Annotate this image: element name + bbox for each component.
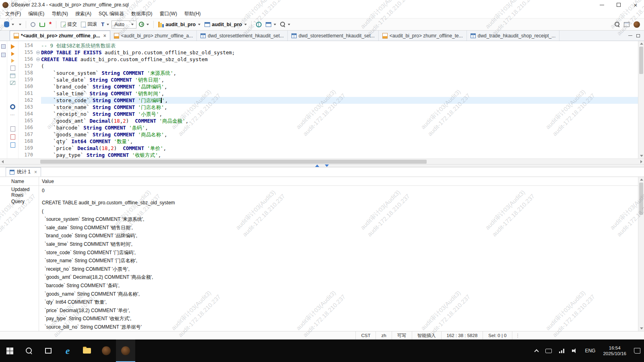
editor-horizontal-scrollbar[interactable] <box>0 158 644 164</box>
code-line[interactable]: 165 `goods_amt` Decimal(18,2) COMMENT '商… <box>19 117 638 124</box>
menu-item[interactable]: SQL 编辑器 <box>95 10 128 18</box>
editor-tab[interactable]: dwd_trade_hkaudit_shop_receipt_... <box>467 31 559 41</box>
code-line[interactable]: 154-- 9 创建SBZ老系统销售数据表 <box>19 42 638 49</box>
minimize-button[interactable] <box>593 0 610 10</box>
result-mode-button[interactable] <box>264 21 278 28</box>
maximize-button[interactable] <box>610 0 627 10</box>
new-connection-button[interactable] <box>2 20 16 29</box>
column-header-name[interactable]: Name <box>0 177 39 185</box>
code-line[interactable]: 156CREATE TABLE audit_bi_pro.custom_offl… <box>19 56 638 63</box>
code-line[interactable]: 168 `qty` Int64 COMMENT '数量', <box>19 138 638 145</box>
refresh-timer-button[interactable] <box>137 21 151 28</box>
code-line[interactable]: 163 `store_name` String COMMENT '门店名称', <box>19 104 638 111</box>
status-write-mode[interactable]: 可写 <box>392 331 412 339</box>
explain-plan-button[interactable] <box>10 66 15 71</box>
result-grid-button[interactable] <box>10 74 15 78</box>
dbeaver-taskbar-button[interactable] <box>97 339 116 362</box>
scrollbar-thumb[interactable] <box>639 183 643 215</box>
scrollbar-thumb[interactable] <box>40 160 427 164</box>
status-overflow-icon[interactable]: ⋮ <box>512 331 524 339</box>
editor-tab[interactable]: *<audit_bi_pro> zhumr_offline_p...× <box>10 31 110 41</box>
file-explorer-button[interactable] <box>77 339 97 362</box>
menu-item[interactable]: 搜索(A) <box>72 10 95 18</box>
code-line[interactable]: 170 `pay_type` String COMMENT '收银方式', <box>19 152 638 158</box>
status-timezone[interactable]: CST <box>355 331 376 339</box>
table-row[interactable]: Updated Rows0 <box>0 186 638 198</box>
find-button[interactable] <box>279 21 292 28</box>
column-header-value[interactable]: Value <box>39 177 638 185</box>
active-transaction-button[interactable]: * <box>47 21 53 28</box>
collapse-down-icon[interactable] <box>325 165 329 167</box>
table-row[interactable]: QueryCREATE TABLE audit_bi_pro.custom_of… <box>0 198 638 331</box>
code-line[interactable]: 158 `source_system` String COMMENT '来源系统… <box>19 70 638 76</box>
editor-vertical-scrollbar[interactable] <box>638 41 644 158</box>
touch-keyboard-button[interactable] <box>542 339 555 362</box>
restored-view-icon[interactable] <box>1 44 6 49</box>
code-line[interactable]: 169 `price` Decimal(18,2) COMMENT '单价', <box>19 145 638 152</box>
input-language-button[interactable]: ENG <box>581 339 599 362</box>
overflow-menu-icon[interactable]: ⋯ <box>10 112 15 117</box>
code-line[interactable]: 155DROP TABLE IF EXISTS audit_bi_pro.cus… <box>19 49 638 56</box>
menu-item[interactable]: 帮助(H) <box>181 10 204 18</box>
profile-button[interactable] <box>632 20 642 29</box>
scroll-down-icon[interactable] <box>640 155 643 157</box>
scroll-right-icon[interactable] <box>640 160 642 163</box>
menu-item[interactable]: 数据库(D) <box>128 10 156 18</box>
scrollbar-thumb[interactable] <box>639 47 643 74</box>
code-line[interactable]: 162 `store_code` String COMMENT '门店编码', <box>19 97 638 104</box>
minimize-editor-area-icon[interactable] <box>628 35 632 36</box>
status-caret-position[interactable]: 162 : 38 : 5828 <box>441 331 483 339</box>
close-tab-icon[interactable]: × <box>103 33 106 39</box>
commit-button[interactable]: ✓ 提交 <box>59 20 78 29</box>
commit-mode-select[interactable]: Auto <box>111 21 136 29</box>
code-line[interactable]: 159 `sale_date` String COMMENT '销售日期', <box>19 76 638 83</box>
volume-button[interactable] <box>568 339 581 362</box>
scroll-up-icon[interactable] <box>640 43 643 45</box>
close-button[interactable]: × <box>627 0 644 10</box>
code-editor[interactable]: 154-- 9 创建SBZ老系统销售数据表155DROP TABLE IF EX… <box>19 41 638 158</box>
output-console-button[interactable] <box>10 142 15 148</box>
rollback-button[interactable]: ← 回滚 <box>79 20 99 29</box>
execute-new-tab-button[interactable] <box>11 59 14 63</box>
editor-tab[interactable]: dwd_storesettlement_hkaudit_set... <box>288 31 379 41</box>
scroll-up-icon[interactable] <box>640 179 643 181</box>
transaction-mode-button[interactable]: T <box>99 20 111 29</box>
editor-tab[interactable]: <audit_bi_pro> zhumr_offline_te... <box>379 31 467 41</box>
code-line[interactable]: 157( <box>19 63 638 70</box>
action-center-button[interactable] <box>630 339 644 362</box>
clock-button[interactable]: 16:54 2025/10/16 <box>599 345 630 356</box>
results-vertical-scrollbar[interactable] <box>638 177 644 331</box>
editor-tab[interactable]: <audit_bi_pro> zhumr_offline_a... <box>110 31 197 41</box>
code-line[interactable]: 164 `receipt_no` String COMMENT '小票号', <box>19 111 638 117</box>
code-line[interactable]: 160 `brand_code` String COMMENT '品牌编码', <box>19 83 638 90</box>
database-navigator-icon[interactable] <box>1 53 6 57</box>
menu-item[interactable]: 文件(F) <box>2 10 25 18</box>
sql-templates-button[interactable] <box>10 126 15 132</box>
pin-editor-button[interactable] <box>29 21 37 28</box>
execute-statement-button[interactable] <box>11 44 15 49</box>
settings-gear-icon[interactable] <box>10 104 15 109</box>
close-tab-icon[interactable]: × <box>34 169 37 175</box>
scroll-left-icon[interactable] <box>2 160 4 163</box>
tray-expand-button[interactable] <box>531 339 542 362</box>
status-insert-mode[interactable]: 智能插入 <box>412 331 441 339</box>
code-line[interactable]: 167 `goods_name` String COMMENT '商品名称', <box>19 131 638 138</box>
fold-marker-icon[interactable] <box>35 49 41 56</box>
network-button[interactable] <box>555 339 568 362</box>
sql-log-button[interactable] <box>10 134 15 140</box>
perspective-button[interactable] <box>622 21 631 28</box>
code-line[interactable]: 166 `barcode` String COMMENT '条码', <box>19 124 638 131</box>
menu-item[interactable]: 编辑(E) <box>25 10 48 18</box>
status-selection[interactable]: Sel: 0 | 0 <box>483 331 512 339</box>
task-view-button[interactable] <box>39 339 58 362</box>
fold-marker-icon[interactable] <box>35 56 41 63</box>
datasource-select[interactable]: audit_bi_pro <box>157 21 202 29</box>
network-profile-button[interactable] <box>254 21 263 29</box>
start-button[interactable] <box>0 339 19 362</box>
sync-connection-button[interactable] <box>38 21 47 28</box>
results-tab-statistics[interactable]: 统计 1 × <box>6 167 41 177</box>
scroll-down-icon[interactable] <box>640 327 643 329</box>
connection-dropdown-button[interactable] <box>17 23 23 27</box>
quick-access-search-button[interactable] <box>613 21 621 28</box>
execute-script-button[interactable] <box>11 52 14 56</box>
